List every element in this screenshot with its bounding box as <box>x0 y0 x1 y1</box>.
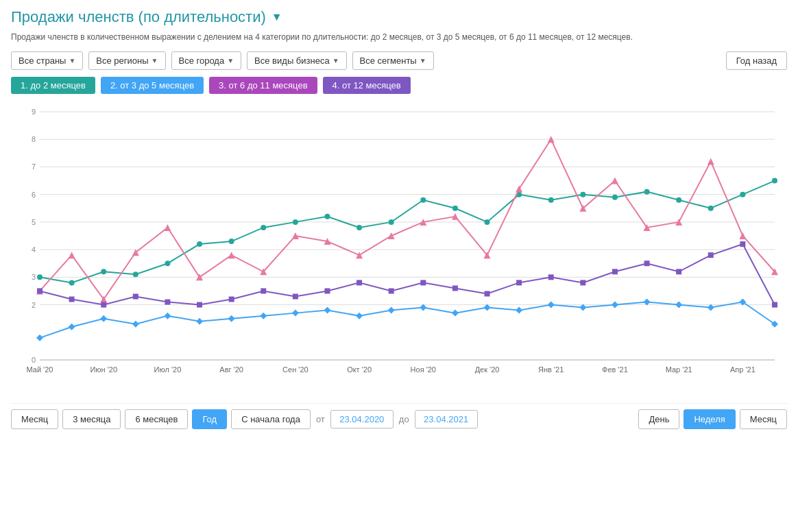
to-label: до <box>398 414 411 424</box>
svg-point-39 <box>324 214 330 219</box>
svg-marker-61 <box>260 312 267 319</box>
chart-legend: 1. до 2 месяцев 2. от 3 до 5 месяцев 3. … <box>11 77 787 94</box>
svg-marker-96 <box>612 177 618 184</box>
svg-text:Июл '20: Июл '20 <box>154 365 182 374</box>
svg-text:Апр '21: Апр '21 <box>730 365 755 374</box>
countries-arrow-icon: ▼ <box>69 57 75 64</box>
period-button[interactable]: Год назад <box>726 51 787 70</box>
svg-marker-74 <box>675 301 682 308</box>
svg-rect-104 <box>101 302 106 307</box>
svg-point-31 <box>69 280 75 285</box>
svg-marker-82 <box>164 224 171 231</box>
day-button[interactable]: День <box>638 409 679 429</box>
svg-marker-72 <box>612 301 618 308</box>
svg-point-38 <box>293 219 298 225</box>
six-month-button[interactable]: 6 месяцев <box>125 409 188 429</box>
svg-marker-100 <box>739 232 746 239</box>
svg-marker-71 <box>579 304 586 311</box>
svg-marker-75 <box>708 304 714 311</box>
svg-point-37 <box>261 225 266 230</box>
svg-text:Окт '20: Окт '20 <box>347 365 372 374</box>
legend-item-4[interactable]: 4. от 12 месяцев <box>323 77 411 94</box>
svg-text:Мар '21: Мар '21 <box>666 365 692 374</box>
regions-arrow-icon: ▼ <box>152 57 158 64</box>
svg-text:Май '20: Май '20 <box>27 365 53 374</box>
month-button[interactable]: Месяц <box>11 409 58 429</box>
svg-point-47 <box>580 191 585 197</box>
svg-rect-109 <box>261 288 266 293</box>
legend-item-2[interactable]: 2. от 3 до 5 месяцев <box>101 77 204 94</box>
svg-text:5: 5 <box>32 218 36 226</box>
legend-item-3[interactable]: 3. от 6 до 11 месяцев <box>209 77 317 94</box>
svg-point-52 <box>740 191 745 197</box>
svg-point-34 <box>165 261 170 266</box>
svg-marker-62 <box>292 309 299 316</box>
svg-point-44 <box>485 219 490 225</box>
year-button[interactable]: Год <box>192 409 227 429</box>
svg-marker-55 <box>69 324 75 330</box>
svg-marker-59 <box>196 317 203 324</box>
filter-segments[interactable]: Все сегменты ▼ <box>352 51 434 70</box>
svg-rect-105 <box>133 293 138 299</box>
svg-marker-88 <box>356 252 363 258</box>
business-arrow-icon: ▼ <box>332 57 339 64</box>
svg-marker-68 <box>484 304 491 311</box>
svg-text:7: 7 <box>32 162 36 171</box>
svg-marker-73 <box>644 298 651 305</box>
svg-text:2: 2 <box>32 300 36 309</box>
svg-point-30 <box>37 274 43 280</box>
filter-countries[interactable]: Все страны ▼ <box>11 51 83 70</box>
svg-rect-108 <box>229 296 234 302</box>
svg-text:Фев '21: Фев '21 <box>602 365 628 374</box>
svg-point-53 <box>772 178 777 183</box>
month-end-button[interactable]: Месяц <box>740 409 787 429</box>
svg-marker-57 <box>132 321 139 328</box>
svg-point-33 <box>133 271 138 277</box>
svg-text:Авг '20: Авг '20 <box>219 365 243 374</box>
svg-text:Ноя '20: Ноя '20 <box>411 365 436 374</box>
svg-point-40 <box>356 225 362 230</box>
svg-marker-64 <box>356 312 363 319</box>
svg-text:4: 4 <box>32 245 36 254</box>
date-from-input[interactable] <box>330 410 394 428</box>
svg-text:3: 3 <box>32 273 36 281</box>
svg-marker-65 <box>388 306 395 313</box>
filter-regions[interactable]: Все регионы ▼ <box>88 51 165 70</box>
svg-point-48 <box>612 194 618 200</box>
svg-marker-69 <box>516 306 522 313</box>
svg-rect-102 <box>37 288 43 293</box>
svg-rect-111 <box>324 288 330 293</box>
page-subtitle: Продажи членств в количественном выражен… <box>11 32 787 43</box>
svg-text:Июн '20: Июн '20 <box>90 365 117 374</box>
week-button[interactable]: Неделя <box>684 409 735 429</box>
svg-marker-67 <box>452 309 459 316</box>
svg-text:8: 8 <box>32 135 36 143</box>
svg-marker-84 <box>228 252 235 258</box>
svg-text:Янв '21: Янв '21 <box>538 365 564 374</box>
ytd-button[interactable]: С начала года <box>231 409 311 429</box>
svg-rect-112 <box>356 280 362 285</box>
svg-point-41 <box>389 219 394 225</box>
title-dropdown-icon[interactable]: ▼ <box>271 11 282 23</box>
svg-rect-115 <box>452 285 458 291</box>
filter-business[interactable]: Все виды бизнеса ▼ <box>247 51 346 70</box>
svg-rect-117 <box>516 280 522 285</box>
svg-text:0: 0 <box>32 356 36 364</box>
svg-text:6: 6 <box>32 190 36 198</box>
cities-arrow-icon: ▼ <box>227 57 234 64</box>
svg-rect-118 <box>548 274 554 280</box>
svg-marker-70 <box>548 301 555 308</box>
svg-rect-121 <box>644 261 650 266</box>
svg-text:Дек '20: Дек '20 <box>475 365 500 374</box>
filter-cities[interactable]: Все города ▼ <box>171 51 242 70</box>
svg-rect-116 <box>485 291 490 296</box>
svg-marker-99 <box>708 158 714 165</box>
svg-marker-89 <box>388 232 395 239</box>
segments-arrow-icon: ▼ <box>420 57 426 64</box>
date-to-input[interactable] <box>415 410 478 428</box>
svg-point-32 <box>101 269 106 274</box>
svg-marker-56 <box>100 315 107 322</box>
legend-item-1[interactable]: 1. до 2 месяцев <box>11 77 95 94</box>
three-month-button[interactable]: 3 месяца <box>62 409 121 429</box>
svg-rect-103 <box>69 296 75 302</box>
